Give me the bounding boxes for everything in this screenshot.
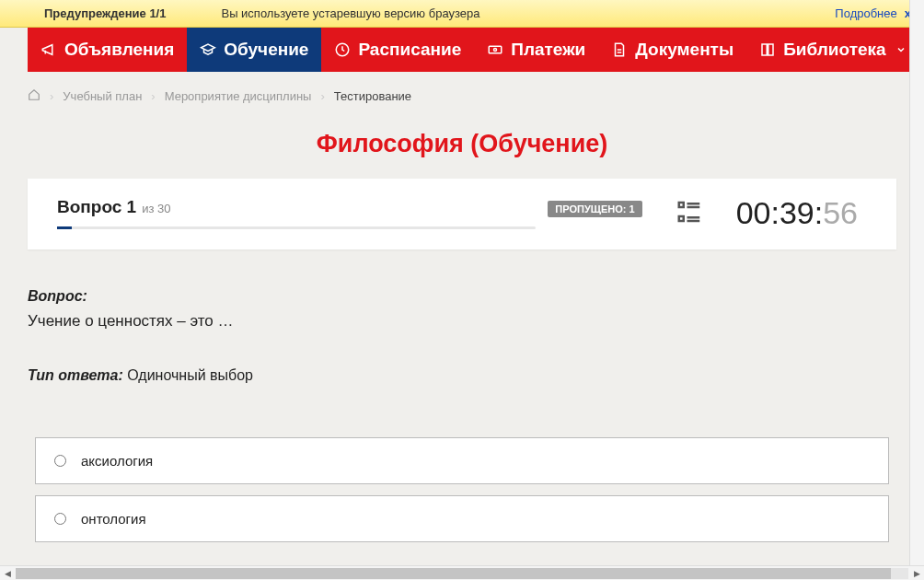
chevron-right-icon: › — [151, 89, 155, 103]
answer-option[interactable]: онтология — [35, 495, 889, 542]
svg-point-2 — [494, 49, 497, 52]
nav-label: Обучение — [224, 40, 308, 60]
scroll-track[interactable] — [16, 568, 908, 579]
timer: 00:39:56 — [736, 195, 858, 231]
warning-message: Вы используете устаревшую версию браузер… — [221, 6, 835, 20]
svg-rect-1 — [489, 46, 502, 53]
warning-more-link[interactable]: Подробнее — [835, 6, 896, 20]
megaphone-icon — [40, 41, 57, 58]
clock-icon — [334, 41, 351, 58]
home-icon[interactable] — [28, 88, 40, 104]
vertical-scrollbar[interactable] — [909, 0, 924, 565]
answer-option[interactable]: аксиология — [35, 437, 889, 484]
timer-seconds: 56 — [823, 195, 858, 231]
svg-rect-4 — [678, 216, 683, 221]
book-icon — [759, 41, 776, 58]
question-label: Вопрос: — [28, 288, 896, 305]
nav-label: Расписание — [358, 40, 461, 60]
question-text: Учение о ценностях – это … — [28, 312, 896, 331]
breadcrumb-curriculum[interactable]: Учебный план — [63, 89, 142, 103]
nav-label: Объявления — [64, 40, 174, 60]
answer-text: аксиология — [81, 453, 153, 469]
nav-announcements[interactable]: Объявления — [28, 28, 187, 72]
nav-label: Платежи — [511, 40, 585, 60]
answer-type: Тип ответа: Одиночный выбор — [28, 367, 896, 384]
status-panel: Вопрос 1 из 30 ПРОПУЩЕНО: 1 00:39:56 — [28, 179, 896, 249]
document-icon — [611, 41, 628, 58]
scroll-right-button[interactable]: ▶ — [909, 566, 924, 581]
chevron-right-icon: › — [320, 89, 324, 103]
nav-label: Библиотека — [783, 40, 885, 60]
browser-warning-bar: Предупреждение 1/1 Вы используете устаре… — [0, 0, 924, 28]
main-nav: Объявления Обучение Расписание Платежи Д… — [28, 28, 896, 72]
answer-radio[interactable] — [54, 513, 66, 525]
svg-rect-3 — [678, 203, 683, 207]
answer-type-value: Одиночный выбор — [127, 367, 253, 383]
banknote-icon — [487, 41, 503, 58]
graduation-cap-icon — [200, 41, 216, 58]
progress-bar — [57, 226, 536, 229]
answer-radio[interactable] — [54, 455, 66, 467]
answer-text: онтология — [81, 511, 146, 527]
skipped-badge: ПРОПУЩЕНО: 1 — [548, 201, 641, 217]
question-total: из 30 — [142, 202, 170, 215]
chevron-down-icon — [895, 40, 907, 60]
answers-list: аксиология онтология — [28, 437, 896, 542]
warning-title: Предупреждение 1/1 — [44, 6, 166, 20]
scroll-left-button[interactable]: ◀ — [0, 566, 15, 581]
nav-documents[interactable]: Документы — [598, 28, 746, 72]
breadcrumb-testing: Тестирование — [334, 89, 411, 103]
question-number: Вопрос 1 — [57, 197, 136, 217]
nav-payments[interactable]: Платежи — [474, 28, 598, 72]
chevron-right-icon: › — [50, 89, 53, 103]
question-list-icon[interactable] — [676, 198, 703, 229]
horizontal-scrollbar[interactable]: ◀ ▶ — [0, 565, 924, 580]
page-title: Философия (Обучение) — [0, 130, 924, 158]
breadcrumb-discipline-event[interactable]: Мероприятие дисциплины — [165, 89, 312, 103]
question-content: Вопрос: Учение о ценностях – это … Тип о… — [28, 288, 896, 384]
answer-type-label: Тип ответа: — [28, 367, 123, 383]
nav-learning[interactable]: Обучение — [187, 28, 321, 72]
progress-fill — [57, 226, 72, 229]
breadcrumb: › Учебный план › Мероприятие дисциплины … — [28, 88, 896, 104]
timer-main: 00:39: — [736, 195, 824, 231]
nav-schedule[interactable]: Расписание — [321, 28, 474, 72]
nav-label: Документы — [635, 40, 733, 60]
scroll-thumb[interactable] — [16, 568, 891, 579]
nav-library[interactable]: Библиотека — [746, 28, 918, 72]
